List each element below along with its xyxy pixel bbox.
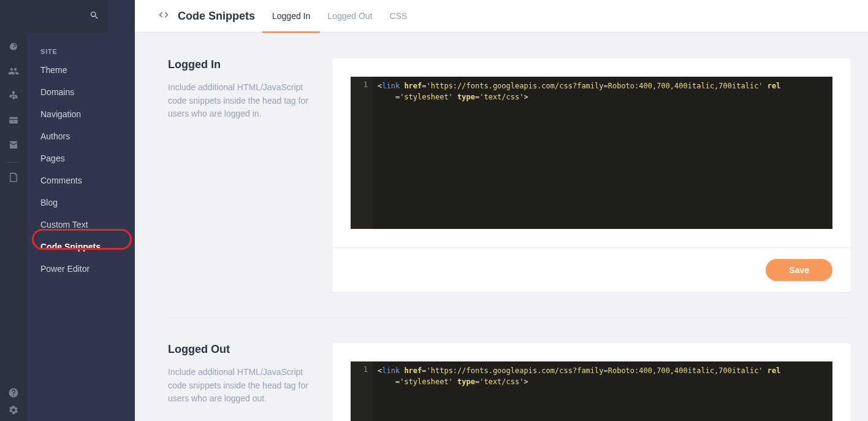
- settings-icon[interactable]: [7, 404, 20, 416]
- content[interactable]: Logged In Include additional HTML/JavaSc…: [135, 33, 868, 421]
- emails-icon[interactable]: [7, 139, 20, 151]
- code-icon: [158, 9, 169, 23]
- sidebar-item-authors[interactable]: Authors: [27, 125, 135, 147]
- dashboard-icon[interactable]: [7, 41, 20, 53]
- main: Code Snippets Logged In Logged Out CSS L…: [135, 0, 868, 421]
- tab-logged-out[interactable]: Logged Out: [327, 0, 372, 33]
- code-content[interactable]: <link href='https://fonts.googleapis.com…: [373, 361, 832, 421]
- sidebar-item-power-editor[interactable]: Power Editor: [27, 258, 135, 280]
- gutter: 1: [351, 361, 373, 421]
- sidebar-item-custom-text[interactable]: Custom Text: [27, 214, 135, 236]
- page-title: Code Snippets: [178, 10, 255, 23]
- sidebar-item-comments[interactable]: Comments: [27, 169, 135, 191]
- sales-icon[interactable]: [7, 114, 20, 126]
- sidebar-item-navigation[interactable]: Navigation: [27, 103, 135, 125]
- icon-rail: [0, 0, 27, 421]
- sidebar-item-domains[interactable]: Domains: [27, 81, 135, 103]
- tab-css[interactable]: CSS: [389, 0, 407, 33]
- save-button[interactable]: Save: [766, 259, 832, 281]
- topbar: Code Snippets Logged In Logged Out CSS: [135, 0, 868, 33]
- section-title: Logged Out: [168, 343, 320, 356]
- sidebar-item-pages[interactable]: Pages: [27, 147, 135, 169]
- sidebar-item-blog[interactable]: Blog: [27, 191, 135, 214]
- search-icon[interactable]: [89, 10, 99, 23]
- sidebar: SITE Theme Domains Navigation Authors Pa…: [27, 0, 135, 421]
- sidebar-header: learntocodewith.me: [0, 0, 108, 33]
- site-name[interactable]: learntocodewith.me: [0, 12, 64, 22]
- section-help: Include additional HTML/JavaScript code …: [168, 81, 320, 121]
- card-logged-in: 1 <link href='https://fonts.googleapis.c…: [332, 58, 851, 292]
- section-logged-out: Logged Out Include additional HTML/JavaS…: [168, 343, 851, 421]
- code-editor-logged-in[interactable]: 1 <link href='https://fonts.googleapis.c…: [351, 77, 832, 229]
- gutter: 1: [351, 77, 373, 229]
- rail-divider: [7, 162, 20, 163]
- card-logged-out: 1 <link href='https://fonts.googleapis.c…: [332, 343, 851, 421]
- help-icon[interactable]: [7, 387, 20, 399]
- code-editor-logged-out[interactable]: 1 <link href='https://fonts.googleapis.c…: [351, 361, 832, 421]
- site-icon[interactable]: [7, 90, 20, 102]
- section-info: Logged In Include additional HTML/JavaSc…: [168, 58, 320, 292]
- section-divider: [168, 318, 851, 319]
- section-help: Include additional HTML/JavaScript code …: [168, 366, 320, 406]
- sidebar-item-code-snippets[interactable]: Code Snippets: [27, 236, 135, 258]
- section-logged-in: Logged In Include additional HTML/JavaSc…: [168, 58, 851, 292]
- tab-logged-in[interactable]: Logged In: [272, 0, 310, 33]
- sidebar-group-title: SITE: [27, 33, 135, 59]
- code-content[interactable]: <link href='https://fonts.googleapis.com…: [373, 77, 832, 229]
- card-footer: Save: [332, 247, 851, 292]
- section-info: Logged Out Include additional HTML/JavaS…: [168, 343, 320, 421]
- section-title: Logged In: [168, 58, 320, 71]
- members-icon[interactable]: [7, 65, 20, 77]
- sidebar-item-theme[interactable]: Theme: [27, 59, 135, 81]
- preview-icon[interactable]: [7, 171, 20, 183]
